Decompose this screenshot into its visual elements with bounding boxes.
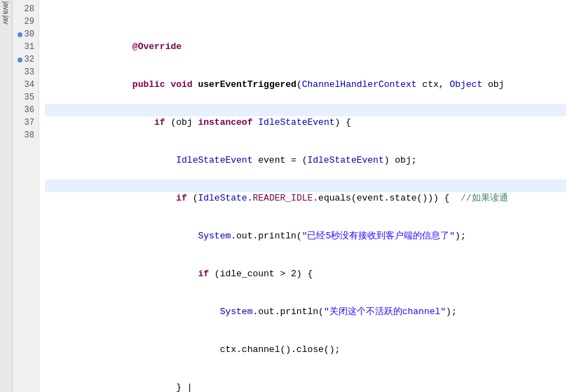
code-line-37: } | — [45, 369, 566, 381]
line-num-38: 38 — [13, 129, 39, 142]
code-line-34: if (idle_count > 2) { — [45, 255, 566, 268]
code-line-29: public void userEventTriggered(ChannelHa… — [45, 66, 566, 79]
java-label-1[interactable]: java — [2, 1, 10, 14]
code-line-36: ctx.channel().close(); — [45, 331, 566, 344]
line-num-29: 29 — [13, 15, 39, 28]
line-num-32: 32 — [13, 53, 39, 66]
main-wrapper: java jav 28 29 30 — [0, 0, 572, 392]
code-line-31: IdleStateEvent event = (IdleStateEvent) … — [45, 142, 566, 154]
dot-31 — [18, 45, 22, 50]
code-line-35: System.out.println("关闭这个不活跃的channel"); — [45, 293, 566, 306]
dot-35 — [18, 95, 22, 100]
dot-38 — [18, 133, 22, 138]
code-editor: 28 29 30 31 — [13, 0, 572, 392]
dot-33 — [18, 70, 22, 75]
code-line-30: if (obj instanceof IdleStateEvent) { — [45, 104, 566, 116]
editor-wrapper: 28 29 30 31 — [13, 0, 572, 392]
line-num-31: 31 — [13, 41, 39, 53]
line-num-30: 30 — [13, 28, 39, 41]
code-line-28: @Override — [45, 28, 566, 41]
java-sidebar: java jav — [0, 0, 13, 392]
line-num-36: 36 — [13, 104, 39, 116]
code-line-32: if (IdleState.READER_IDLE.equals(event.s… — [45, 180, 566, 192]
code-content[interactable]: @Override public void userEventTriggered… — [39, 0, 572, 392]
line-num-28: 28 — [13, 3, 39, 15]
line-num-37: 37 — [13, 116, 39, 129]
dot-30 — [18, 32, 22, 37]
dot-37 — [18, 121, 22, 126]
dot-36 — [18, 108, 22, 113]
dot-32 — [18, 58, 22, 62]
code-line-33: System.out.println("已经5秒没有接收到客户端的信息了"); — [45, 217, 566, 230]
line-num-33: 33 — [13, 66, 39, 79]
java-label-2[interactable]: jav — [2, 15, 10, 25]
dot-34 — [18, 83, 22, 88]
line-num-34: 34 — [13, 79, 39, 91]
code-area: 28 29 30 31 — [13, 0, 572, 392]
line-num-35: 35 — [13, 91, 39, 104]
dot-28 — [18, 7, 22, 12]
line-numbers: 28 29 30 31 — [13, 0, 39, 392]
dot-29 — [18, 20, 22, 25]
